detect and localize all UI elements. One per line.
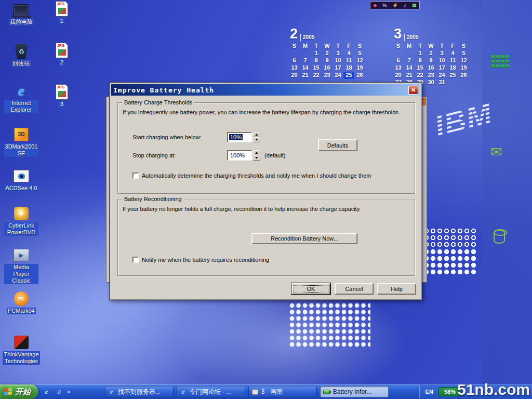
stop-charging-input[interactable]: 100% [227, 150, 252, 161]
group-caption: Battery Charge Thresholds [122, 99, 194, 106]
start-charging-input[interactable]: 10% [227, 132, 252, 142]
widget-icon-3[interactable]: ⚡ [392, 3, 398, 8]
taskbar: 开始 e ♫ » 找不到服务器... 专门网论坛 - ... 3 - 画图 Ba… [0, 384, 532, 399]
start-button[interactable]: 开始 [0, 384, 38, 399]
desktop-icon-label: PCMark04 [7, 308, 36, 314]
desktop-icon-recycle-bin[interactable]: 回收站 [4, 44, 38, 67]
spin-down-icon[interactable] [252, 155, 260, 161]
calendar-day: 20 [289, 72, 300, 79]
calendar-day [404, 50, 415, 57]
3dmark-icon [14, 127, 29, 142]
defaults-button[interactable]: Defaults [318, 139, 357, 151]
calendar-day: 19 [458, 64, 469, 72]
help-button[interactable]: Help [377, 283, 416, 295]
default-note: (default) [264, 152, 285, 158]
calendar-day [458, 79, 469, 86]
notify-reconditioning-checkbox-row[interactable]: Notify me when the battery requires reco… [132, 257, 269, 263]
calendar-day: 21 [404, 72, 415, 79]
calendar-day: 16 [322, 64, 332, 72]
close-icon[interactable]: ✕ [408, 86, 418, 95]
stop-charging-label: Stop charging at: [132, 152, 227, 158]
desktop-icon-label: Media Player Classic [4, 264, 38, 284]
desktop-file-3[interactable]: 3 [50, 84, 74, 108]
wallpaper-dot-rings [423, 228, 477, 248]
jpg-file-icon [56, 84, 68, 100]
calendar-day [447, 79, 458, 86]
calendar-day [393, 50, 404, 57]
recycle-bin-icon [15, 44, 28, 59]
calendar-day: 3 [436, 50, 447, 57]
dialog-titlebar[interactable]: Improve Battery Health ✕ [111, 84, 420, 96]
calendar-day: 7 [300, 57, 311, 64]
widget-icon-2[interactable]: % [382, 3, 387, 8]
checkbox[interactable] [132, 257, 139, 263]
start-charging-value: 10% [229, 134, 243, 140]
calendar-day: 12 [458, 57, 469, 64]
desktop-icon-my-computer[interactable]: 我的电脑 [4, 2, 38, 25]
stop-charging-spinner: 100% [227, 150, 260, 161]
spin-up-icon[interactable] [252, 150, 260, 155]
calendar-day: 21 [300, 72, 311, 79]
ok-button[interactable]: OK [291, 283, 330, 295]
improve-battery-health-dialog: Improve Battery Health ✕ Battery Charge … [109, 82, 422, 300]
task-button-ie-forum[interactable]: 专门网论坛 - ... [177, 386, 245, 397]
calendar-day: 8 [311, 57, 322, 64]
widget-icon-5[interactable]: ▦ [412, 3, 417, 8]
desktop-icon-label: CyberLink PowerDVD [4, 222, 38, 236]
calendar-day: 2 [425, 50, 436, 57]
calendar-day: 10 [332, 57, 343, 64]
calendar-day: 5 [354, 50, 365, 57]
desktop-file-2[interactable]: 2 [50, 43, 74, 66]
calendar-grid: 1234567891011121314151617181920212223242… [289, 50, 365, 79]
desktop-icon-3dmark2001[interactable]: 3DMark2001 SE [4, 127, 38, 157]
calendar-day [300, 50, 311, 57]
calendar-day: 30 [425, 79, 436, 86]
pcmark-icon [14, 291, 29, 307]
desktop-widget[interactable]: ◆ % ⚡ ♪ ▦ [370, 1, 420, 9]
desktop-icon-media-player-classic[interactable]: Media Player Classic [4, 247, 38, 284]
task-button-ie-server[interactable]: 找不到服务器... [105, 386, 174, 397]
spin-up-icon[interactable] [252, 132, 260, 137]
task-button-paint[interactable]: 3 - 画图 [248, 386, 317, 397]
calendar-day: 10 [436, 57, 447, 64]
task-label: 找不到服务器... [118, 388, 161, 396]
language-indicator[interactable]: EN [425, 389, 433, 395]
calendar-day: 15 [311, 64, 322, 72]
calendar-day: 1 [311, 50, 322, 57]
calendar-day: 15 [415, 64, 425, 72]
task-button-battery-information[interactable]: Battery Infor... [320, 386, 389, 397]
file-label: 3 [59, 101, 64, 108]
widget-icon-4[interactable]: ♪ [404, 3, 407, 8]
desktop-icon-thinkvantage[interactable]: ThinkVantage Technologies [4, 335, 38, 365]
auto-determine-checkbox-row[interactable]: Automatically determine the charging thr… [132, 172, 371, 179]
quick-launch-ie-icon[interactable]: e [42, 388, 51, 396]
desktop-icon-powerdvd[interactable]: CyberLink PowerDVD [4, 206, 38, 236]
checkbox[interactable] [132, 172, 139, 179]
cancel-button[interactable]: Cancel [335, 283, 374, 295]
desktop-icon-pcmark04[interactable]: PCMark04 [4, 291, 38, 314]
calendar-day-header: T [415, 43, 425, 50]
calendar-grid: 1234567891011121314151617181920212223242… [393, 50, 469, 86]
recondition-battery-button[interactable]: Recondition Battery Now... [251, 233, 357, 244]
desktop-icon-label: 我的电脑 [9, 19, 34, 25]
paint-icon [251, 388, 259, 395]
desktop-file-1[interactable]: 1 [50, 1, 74, 24]
spin-down-icon[interactable] [252, 137, 260, 142]
calendar-day-header: M [300, 43, 311, 50]
calendar-day: 18 [447, 64, 458, 72]
quick-launch-media-icon[interactable]: ♫ [55, 388, 63, 396]
widget-icon-1[interactable]: ◆ [373, 3, 377, 8]
calendar-day: 14 [300, 64, 311, 72]
group-caption: Battery Reconditioning [122, 196, 184, 203]
calendar-day-header: T [332, 43, 343, 50]
calendar-day: 13 [289, 64, 300, 72]
calendar-day: 24 [436, 72, 447, 79]
calendar-day-header: M [404, 43, 415, 50]
calendar-day: 8 [415, 57, 425, 64]
quick-launch-chevron-icon[interactable]: » [67, 388, 71, 395]
desktop-icon-acdsee[interactable]: ACDSee 4.0 [4, 168, 38, 192]
calendar-march: 3 2005 SMTWTFS 1234567891011121314151617… [393, 27, 469, 86]
desktop-icon-internet-explorer[interactable]: Internet Explorer [4, 83, 38, 113]
file-label: 1 [59, 18, 64, 24]
calendar-day: 2 [322, 50, 332, 57]
